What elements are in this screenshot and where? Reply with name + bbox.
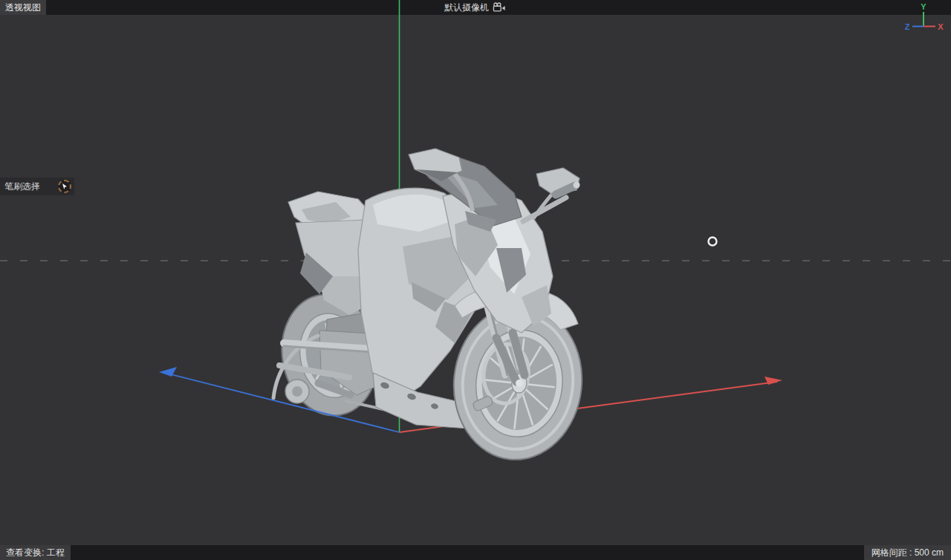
brush-selection-panel[interactable]: 笔刷选择: [0, 178, 74, 195]
viewport-canvas[interactable]: [0, 0, 951, 560]
viewport-window: 透视视图 默认摄像机: [0, 0, 951, 560]
camera-label-group[interactable]: 默认摄像机: [444, 0, 507, 15]
gizmo-y-label: Y: [921, 2, 926, 11]
grid-spacing-label: 网格间距 : 500 cm: [864, 545, 951, 560]
axis-gizmo[interactable]: Y Z X: [902, 1, 948, 39]
camera-label: 默认摄像机: [444, 0, 489, 15]
gizmo-x-label: X: [938, 22, 944, 31]
brush-selection-label: 笔刷选择: [0, 180, 58, 193]
motorcycle-model: [273, 149, 590, 466]
view-transform-label: 查看变换: 工程: [0, 545, 71, 560]
gizmo-z-label: Z: [905, 22, 910, 31]
brush-cursor: [709, 238, 717, 246]
video-camera-icon: [492, 2, 507, 13]
status-bar: 查看变换: 工程 网格间距 : 500 cm: [0, 545, 951, 560]
brush-picker-icon[interactable]: [58, 180, 71, 193]
view-label[interactable]: 透视视图: [0, 0, 46, 15]
